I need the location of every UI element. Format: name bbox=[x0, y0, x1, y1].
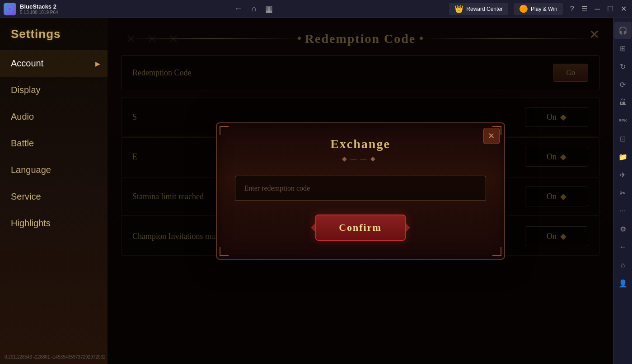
top-bar: BlueStacks 2 5.13.100.1019 P64 ← ⌂ ▦ 👑 R… bbox=[0, 0, 632, 18]
home2-icon[interactable]: ⌂ bbox=[614, 257, 632, 274]
modal-corner-bl bbox=[220, 247, 229, 256]
right-panel: 🎧 ⊞ ↻ ⟳ 🏛 RPK ⊡ 📁 ✈ ✂ ··· ⚙ ← ⌂ 👤 bbox=[613, 18, 632, 364]
play-win-button[interactable]: 🟠 Play & Win bbox=[514, 3, 563, 15]
sidebar-item-label-language: Language bbox=[11, 165, 51, 175]
reward-center-button[interactable]: 👑 Reward Center bbox=[449, 3, 508, 15]
home-icon[interactable]: ⌂ bbox=[250, 2, 258, 15]
modal-corner-br bbox=[492, 247, 501, 256]
sidebar-item-language[interactable]: Language bbox=[0, 157, 108, 183]
redemption-code-input[interactable] bbox=[235, 176, 486, 201]
back-icon[interactable]: ← bbox=[233, 2, 244, 15]
play-win-label: Play & Win bbox=[531, 6, 557, 12]
folder-icon[interactable]: 📁 bbox=[614, 148, 632, 165]
sidebar: Settings Account Display Audio Battle La… bbox=[0, 18, 108, 364]
dots-icon[interactable]: ··· bbox=[614, 202, 632, 219]
camera-icon[interactable]: ⊡ bbox=[614, 130, 632, 147]
scissors-icon[interactable]: ✂ bbox=[614, 184, 632, 201]
modal-overlay[interactable]: ✕ Exchange ◆——◆ Confirm bbox=[108, 18, 613, 364]
sidebar-item-display[interactable]: Display bbox=[0, 77, 108, 103]
confirm-button[interactable]: Confirm bbox=[315, 215, 406, 241]
play-win-icon: 🟠 bbox=[519, 5, 528, 13]
code-input-container bbox=[235, 176, 486, 201]
sidebar-item-label-display: Display bbox=[11, 85, 41, 95]
reward-center-label: Reward Center bbox=[466, 6, 503, 12]
close-icon[interactable]: ✕ bbox=[619, 3, 628, 15]
top-controls: ? ☰ ─ ☐ ✕ bbox=[568, 3, 628, 15]
grid-icon[interactable]: ⊞ bbox=[614, 40, 632, 57]
sidebar-bottom-info: 0.201.228543 -228801 -145354359737292972… bbox=[5, 355, 106, 359]
modal-title-deco: ◆——◆ bbox=[235, 155, 486, 162]
user-icon[interactable]: 👤 bbox=[614, 275, 632, 292]
modal-title: Exchange bbox=[235, 137, 486, 151]
sidebar-item-battle[interactable]: Battle bbox=[0, 130, 108, 157]
minimize-icon[interactable]: ─ bbox=[593, 3, 602, 15]
sidebar-item-label-highlights: Highlights bbox=[11, 218, 51, 228]
main-layout: Settings Account Display Audio Battle La… bbox=[0, 18, 632, 364]
top-bar-left: BlueStacks 2 5.13.100.1019 P64 bbox=[4, 3, 58, 15]
content-area: ✕ ✕ ✕ ✕ Redemption Code Redemption Code … bbox=[108, 18, 613, 364]
hamburger-icon[interactable]: ☰ bbox=[580, 3, 590, 15]
settings-title: Settings bbox=[0, 27, 108, 50]
modal-close-icon: ✕ bbox=[488, 131, 495, 141]
sidebar-item-highlights[interactable]: Highlights bbox=[0, 210, 108, 237]
top-bar-right: 👑 Reward Center 🟠 Play & Win ? ☰ ─ ☐ ✕ bbox=[449, 3, 628, 15]
headset-icon[interactable]: 🎧 bbox=[614, 22, 632, 39]
modal-corner-tl bbox=[220, 126, 229, 135]
refresh-icon[interactable]: ↻ bbox=[614, 58, 632, 75]
help-icon[interactable]: ? bbox=[568, 3, 576, 15]
sidebar-item-label-service: Service bbox=[11, 191, 41, 201]
arrow-back-icon[interactable]: ← bbox=[614, 238, 632, 256]
plane-icon[interactable]: ✈ bbox=[614, 166, 632, 183]
restore-icon[interactable]: ☐ bbox=[605, 3, 615, 15]
exchange-modal: ✕ Exchange ◆——◆ Confirm bbox=[216, 122, 505, 260]
reward-icon: 👑 bbox=[454, 5, 463, 13]
gear-icon[interactable]: ⚙ bbox=[614, 220, 632, 238]
app-version: 5.13.100.1019 P64 bbox=[20, 10, 58, 15]
app-logo bbox=[4, 3, 16, 15]
rpk-icon[interactable]: RPK bbox=[614, 112, 632, 129]
building-icon[interactable]: 🏛 bbox=[614, 94, 632, 111]
sync-icon[interactable]: ⟳ bbox=[614, 76, 632, 93]
sidebar-item-account[interactable]: Account bbox=[0, 50, 108, 77]
sidebar-item-audio[interactable]: Audio bbox=[0, 103, 108, 130]
modal-close-button[interactable]: ✕ bbox=[483, 128, 500, 144]
layers-icon[interactable]: ▦ bbox=[263, 2, 275, 16]
app-name: BlueStacks 2 bbox=[20, 3, 58, 10]
sidebar-item-service[interactable]: Service bbox=[0, 183, 108, 210]
top-bar-nav: ← ⌂ ▦ bbox=[233, 2, 275, 16]
sidebar-item-label-audio: Audio bbox=[11, 112, 34, 121]
sidebar-item-label-account: Account bbox=[11, 58, 43, 68]
sidebar-item-label-battle: Battle bbox=[11, 138, 34, 148]
